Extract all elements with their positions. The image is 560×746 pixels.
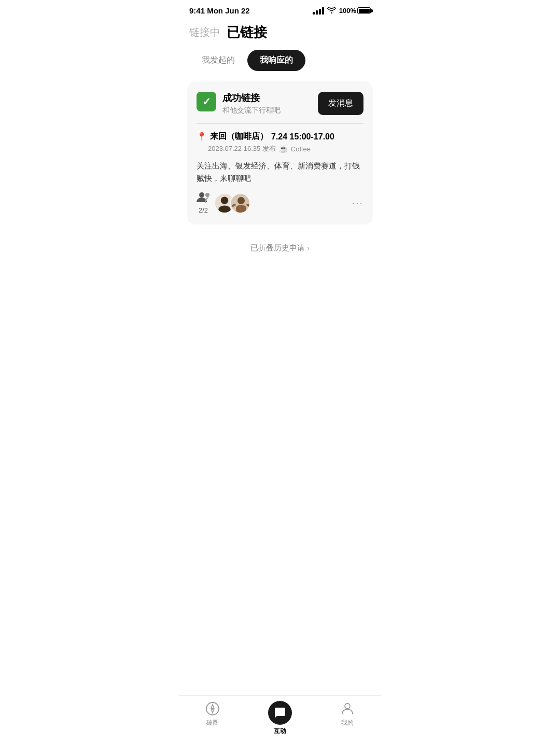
location-pin-icon: 📍 xyxy=(197,132,207,142)
card-title: 成功链接 xyxy=(222,92,281,104)
trip-meta: 2023.07.22 16.35 发布 ☕ Coffee xyxy=(208,144,363,153)
battery-percent: 100% xyxy=(339,7,356,15)
svg-point-1 xyxy=(205,193,209,197)
trip-description: 关注出海、银发经济、体育、新消费赛道，打钱贼快，来聊聊吧 xyxy=(197,160,363,185)
svg-point-6 xyxy=(237,197,245,204)
trip-publish-date: 2023.07.22 16.35 发布 xyxy=(208,144,276,153)
checkmark-icon: ✓ xyxy=(202,95,211,108)
card-subtitle: 和他交流下行程吧 xyxy=(222,106,281,115)
message-button[interactable]: 发消息 xyxy=(318,92,363,115)
status-right-icons: 100% xyxy=(313,7,371,15)
participant-count: 2/2 xyxy=(197,192,210,214)
card-divider xyxy=(197,123,363,124)
trip-coffee-label: Coffee xyxy=(291,145,311,153)
status-time: 9:41 Mon Jun 22 xyxy=(189,6,250,15)
participants-left: 2/2 xyxy=(197,192,250,214)
count-label: 2/2 xyxy=(199,206,208,214)
status-bar: 9:41 Mon Jun 22 100% xyxy=(179,0,381,18)
avatar-2 xyxy=(230,193,250,214)
tab-responded[interactable]: 我响应的 xyxy=(247,50,305,71)
card-top-left: ✓ 成功链接 和他交流下行程吧 xyxy=(197,92,281,115)
page-header: 链接中 已链接 xyxy=(179,18,381,50)
trip-header: 📍 来回（咖啡店） 7.24 15:00-17.00 xyxy=(197,131,363,142)
avatar-list xyxy=(214,193,250,214)
collapsed-history-label: 已折叠历史申请 xyxy=(250,243,305,253)
people-icon xyxy=(197,192,210,206)
signal-icon xyxy=(313,7,324,15)
header-inactive-label: 链接中 xyxy=(189,25,220,39)
battery-icon: 100% xyxy=(339,7,371,15)
trip-time: 7.24 15:00-17.00 xyxy=(271,132,334,142)
svg-rect-7 xyxy=(236,205,246,213)
more-options-icon[interactable]: ··· xyxy=(352,197,363,209)
coffee-icon: ☕ xyxy=(279,145,288,153)
chevron-right-icon: › xyxy=(307,244,310,253)
connection-card: ✓ 成功链接 和他交流下行程吧 发消息 📍 来回（咖啡店） 7.24 15:00… xyxy=(187,81,373,224)
card-title-section: 成功链接 和他交流下行程吧 xyxy=(222,92,281,115)
collapsed-history[interactable]: 已折叠历史申请 › xyxy=(179,235,381,261)
participants-row: 2/2 xyxy=(197,192,363,214)
trip-info: 📍 来回（咖啡店） 7.24 15:00-17.00 2023.07.22 16… xyxy=(197,131,363,153)
card-top: ✓ 成功链接 和他交流下行程吧 发消息 xyxy=(197,92,363,115)
svg-point-4 xyxy=(218,205,230,214)
svg-point-0 xyxy=(199,192,204,198)
tab-switcher: 我发起的 我响应的 xyxy=(179,50,381,81)
header-active-label: 已链接 xyxy=(227,23,267,41)
tab-initiated[interactable]: 我发起的 xyxy=(189,50,247,71)
trip-location: 来回（咖啡店） xyxy=(210,131,268,142)
wifi-icon xyxy=(327,7,336,15)
success-icon: ✓ xyxy=(197,92,216,111)
svg-point-3 xyxy=(221,196,228,204)
